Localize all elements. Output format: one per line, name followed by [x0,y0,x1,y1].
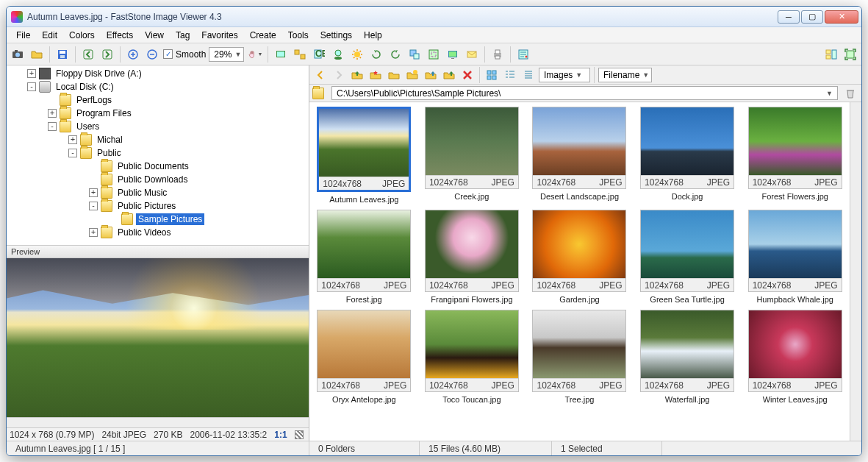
collapse-icon[interactable]: - [48,122,57,131]
thumbnail-item[interactable]: 1024x768JPEGAutumn Leaves.jpg [315,107,413,204]
favorites-folder-icon[interactable] [367,67,384,83]
compare-icon[interactable] [292,46,308,63]
collapse-icon[interactable]: - [68,149,77,157]
maximize-button[interactable]: ▢ [801,10,823,24]
resize-icon[interactable] [406,46,423,63]
thumbnail-item[interactable]: 1024x768JPEGGarden.jpg [531,210,628,304]
thumbnail-item[interactable]: 1024x768JPEGFrangipani Flowers.jpg [423,210,521,304]
collapse-icon[interactable]: - [27,82,36,91]
tree-item[interactable]: Sample Pictures [7,213,309,226]
thumbnail-item[interactable]: 1024x768JPEGCreek.jpg [423,107,521,204]
thumbnail-item[interactable]: 1024x768JPEGForest Flowers.jpg [746,107,844,204]
collapse-icon[interactable]: - [89,202,98,210]
menu-tag[interactable]: Tag [171,29,195,42]
thumbnail-item[interactable]: 1024x768JPEGDock.jpg [639,107,736,204]
tree-item[interactable]: -Public Pictures [7,199,309,213]
nav-forward-icon[interactable] [331,67,347,83]
thumbnail-item[interactable]: 1024x768JPEGOryx Antelope.jpg [315,310,413,404]
folder-tree[interactable]: +Floppy Disk Drive (A:)-Local Disk (C:) … [7,65,309,245]
thumbnail-item[interactable]: 1024x768JPEGWinter Leaves.jpg [746,310,844,404]
view-filter-combo[interactable]: Images▼ [539,68,590,82]
delete-icon[interactable] [459,67,476,83]
tree-item[interactable]: +Public Videos [7,226,309,239]
acquire-icon[interactable] [10,46,26,63]
hand-tool-icon[interactable]: ▼ [247,46,263,63]
screen-capture-icon[interactable] [330,46,346,63]
forward-icon[interactable] [99,46,115,63]
tree-item[interactable]: -Users [7,120,309,133]
zoom-in-icon[interactable] [125,46,141,63]
expand-icon[interactable]: + [89,228,98,237]
copy-to-icon[interactable] [423,67,439,83]
tree-item[interactable]: PerfLogs [7,93,309,107]
menu-effects[interactable]: Effects [101,29,138,42]
thumbnail-item[interactable]: 1024x768JPEGToco Toucan.jpg [423,310,521,404]
sort-combo[interactable]: Filename▼ [598,68,652,82]
details-view-icon[interactable] [502,67,518,83]
thumbnail-item[interactable]: 1024x768JPEGForest.jpg [315,210,413,304]
slideshow-icon[interactable] [273,46,289,63]
tree-item[interactable]: -Local Disk (C:) [7,80,309,93]
menu-edit[interactable]: Edit [37,29,62,42]
folder-up-icon[interactable] [349,67,365,83]
thumbnail-item[interactable]: 1024x768JPEGDesert Landscape.jpg [531,107,628,204]
expand-icon[interactable]: + [89,188,98,197]
rotate-right-icon[interactable] [387,46,403,63]
menu-favorites[interactable]: Favorites [196,29,243,42]
tree-item[interactable]: -Public [7,146,309,160]
thumbnail-item[interactable]: 1024x768JPEGGreen Sea Turtle.jpg [639,210,736,304]
tree-item[interactable]: +Program Files [7,107,309,120]
move-to-icon[interactable] [441,67,457,83]
fullscreen-icon[interactable] [842,46,858,63]
expand-icon[interactable]: + [27,69,36,78]
histogram-icon[interactable] [295,430,304,439]
tree-item[interactable]: Public Downloads [7,173,309,186]
close-button[interactable]: ✕ [825,10,858,24]
smooth-checkbox[interactable]: ✓Smooth [163,49,206,60]
list-view-icon[interactable] [520,67,537,83]
settings-icon[interactable] [515,46,531,63]
print-icon[interactable] [489,46,506,63]
thumbnail-item[interactable]: 1024x768JPEGWaterfall.jpg [639,310,736,404]
open-icon[interactable] [29,46,45,63]
zoom-out-icon[interactable] [144,46,160,63]
menu-settings[interactable]: Settings [315,29,357,42]
email-icon[interactable] [464,46,480,63]
crop-icon[interactable] [426,46,442,63]
adjust-lighting-icon[interactable] [349,46,365,63]
path-input[interactable]: C:\Users\Public\Pictures\Sample Pictures… [331,86,838,100]
rotate-left-icon[interactable] [368,46,384,63]
preview-hscrollbar[interactable] [7,417,309,427]
thumbnail-grid[interactable]: 1024x768JPEGAutumn Leaves.jpg1024x768JPE… [309,102,850,441]
minimize-button[interactable]: ─ [778,10,800,24]
thumbnail-item[interactable]: 1024x768JPEGTree.jpg [531,310,628,404]
preview-ratio[interactable]: 1:1 [274,430,287,440]
menu-colors[interactable]: Colors [64,29,100,42]
back-icon[interactable] [80,46,96,63]
tree-item[interactable]: +Floppy Disk Drive (A:) [7,67,309,80]
save-icon[interactable] [54,46,71,63]
menu-file[interactable]: File [11,29,35,42]
menu-help[interactable]: Help [359,29,387,42]
menu-view[interactable]: View [140,29,169,42]
home-folder-icon[interactable] [386,67,402,83]
batch-convert-icon[interactable]: CB [311,46,327,63]
tree-item[interactable]: +Public Music [7,186,309,199]
tree-item[interactable]: Public Documents [7,160,309,173]
preview-pane[interactable] [7,258,309,427]
titlebar[interactable]: Autumn Leaves.jpg - FastStone Image View… [7,7,861,27]
nav-back-icon[interactable] [312,67,329,83]
vscrollbar[interactable] [850,102,861,441]
recycle-bin-icon[interactable] [842,85,858,102]
expand-icon[interactable]: + [48,109,57,118]
thumbnail-item[interactable]: 1024x768JPEGHumpback Whale.jpg [746,210,844,304]
tree-item[interactable]: +Michal [7,133,309,146]
zoom-combo[interactable]: 29%▼ [209,47,244,62]
new-folder-icon[interactable] [404,67,420,83]
thumbnails-view-icon[interactable] [484,67,500,83]
layout-icon[interactable] [823,46,839,63]
menu-create[interactable]: Create [245,29,281,42]
wallpaper-icon[interactable] [445,46,461,63]
menu-tools[interactable]: Tools [283,29,314,42]
expand-icon[interactable]: + [68,135,77,144]
